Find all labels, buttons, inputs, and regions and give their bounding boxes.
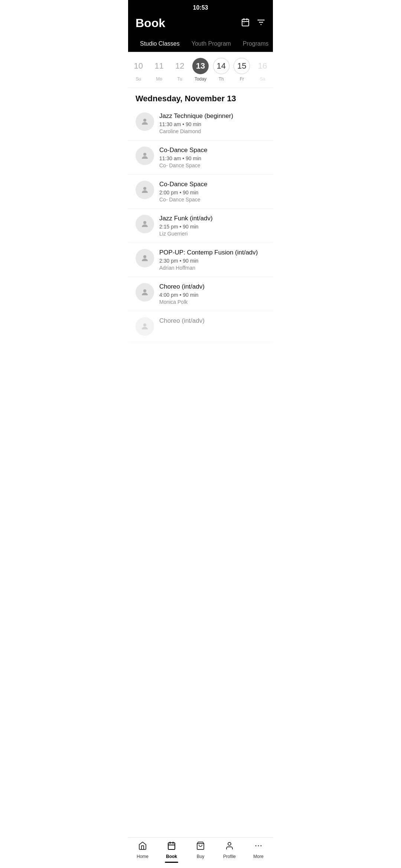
class-time: 11:30 am • 90 min: [159, 121, 265, 127]
avatar: [136, 215, 154, 233]
class-name: Choreo (int/adv): [159, 283, 265, 290]
list-item[interactable]: Jazz Technique (beginner) 11:30 am • 90 …: [128, 106, 273, 141]
status-bar: 10:53: [128, 0, 273, 13]
class-time: 2:15 pm • 90 min: [159, 224, 265, 230]
class-time: 2:30 pm • 90 min: [159, 258, 265, 264]
cal-num-11: 11: [151, 58, 167, 74]
cal-label-sa: Sa: [260, 76, 265, 82]
class-time: 11:30 am • 90 min: [159, 155, 265, 161]
class-info: Choreo (int/adv) 4:00 pm • 90 min Monica…: [159, 283, 265, 305]
avatar: [136, 181, 154, 199]
svg-rect-0: [242, 19, 249, 26]
avatar: [136, 283, 154, 302]
class-info: Co-Dance Space 2:00 pm • 90 min Co- Danc…: [159, 181, 265, 203]
avatar: [136, 317, 154, 336]
tab-studio-classes[interactable]: Studio Classes: [134, 36, 186, 52]
svg-point-16: [143, 255, 146, 258]
header: Book: [128, 13, 273, 36]
avatar: [136, 249, 154, 267]
cal-day-10[interactable]: 10 Su: [129, 58, 148, 82]
cal-label-mo: Mo: [156, 76, 162, 82]
class-info: POP-UP: Contemp Fusion (int/adv) 2:30 pm…: [159, 249, 265, 271]
cal-day-13[interactable]: 13 Today: [191, 58, 210, 82]
class-info: Jazz Technique (beginner) 11:30 am • 90 …: [159, 112, 265, 134]
calendar-strip: 10 Su 11 Mo 12 Tu 13 Today 14 Th 15 Fr 1…: [128, 52, 273, 88]
avatar: [136, 112, 154, 131]
class-time: 2:00 pm • 90 min: [159, 190, 265, 195]
class-list: Jazz Technique (beginner) 11:30 am • 90 …: [128, 106, 273, 342]
class-instructor: Co- Dance Space: [159, 197, 265, 203]
svg-point-14: [143, 187, 146, 190]
list-item[interactable]: POP-UP: Contemp Fusion (int/adv) 2:30 pm…: [128, 243, 273, 277]
cal-num-12: 12: [172, 58, 188, 74]
svg-point-17: [143, 289, 146, 292]
class-time: 4:00 pm • 90 min: [159, 292, 265, 298]
class-instructor: Monica Polk: [159, 299, 265, 305]
class-name: POP-UP: Contemp Fusion (int/adv): [159, 249, 265, 256]
tab-navigation: Studio Classes Youth Program Programs: [128, 36, 273, 52]
cal-num-15: 15: [234, 58, 250, 74]
date-heading: Wednesday, November 13: [128, 88, 273, 106]
class-info: Co-Dance Space 11:30 am • 90 min Co- Dan…: [159, 147, 265, 168]
list-item[interactable]: Choreo (int/adv) 4:00 pm • 90 min Monica…: [128, 277, 273, 311]
list-item[interactable]: Jazz Funk (int/adv) 2:15 pm • 90 min Liz…: [128, 209, 273, 243]
cal-day-16[interactable]: 16 Sa: [253, 58, 272, 82]
cal-num-14: 14: [213, 58, 229, 74]
svg-point-13: [143, 153, 146, 156]
svg-point-12: [143, 119, 146, 122]
class-instructor: Adrian Hoffman: [159, 265, 265, 271]
class-name: Jazz Technique (beginner): [159, 112, 265, 120]
avatar: [136, 147, 154, 165]
cal-num-10: 10: [130, 58, 147, 74]
class-info: Choreo (int/adv): [159, 317, 265, 326]
svg-point-18: [143, 323, 146, 326]
list-item[interactable]: Choreo (int/adv): [128, 311, 273, 342]
header-actions: [241, 18, 265, 29]
svg-point-15: [143, 221, 146, 224]
cal-day-12[interactable]: 12 Tu: [170, 58, 189, 82]
cal-label-su: Su: [136, 76, 141, 82]
cal-day-14[interactable]: 14 Th: [212, 58, 231, 82]
cal-label-today: Today: [195, 76, 206, 82]
list-item[interactable]: Co-Dance Space 11:30 am • 90 min Co- Dan…: [128, 141, 273, 175]
class-name: Jazz Funk (int/adv): [159, 215, 265, 222]
calendar-icon[interactable]: [241, 18, 250, 29]
tab-youth-program[interactable]: Youth Program: [186, 36, 237, 52]
cal-label-fr: Fr: [240, 76, 244, 82]
tab-programs[interactable]: Programs: [237, 36, 273, 52]
class-instructor: Caroline Diamond: [159, 128, 265, 134]
class-info: Jazz Funk (int/adv) 2:15 pm • 90 min Liz…: [159, 215, 265, 237]
status-time: 10:53: [193, 4, 208, 11]
cal-num-16: 16: [254, 58, 271, 74]
class-name: Co-Dance Space: [159, 181, 265, 188]
cal-num-13: 13: [192, 58, 209, 74]
cal-label-tu: Tu: [177, 76, 182, 82]
class-instructor: Liz Guerrieri: [159, 231, 265, 237]
cal-day-11[interactable]: 11 Mo: [150, 58, 169, 82]
class-instructor: Co- Dance Space: [159, 162, 265, 168]
page-title: Book: [136, 16, 165, 30]
cal-day-15[interactable]: 15 Fr: [232, 58, 251, 82]
filter-icon[interactable]: [257, 18, 265, 29]
cal-label-th: Th: [219, 76, 224, 82]
class-name: Co-Dance Space: [159, 147, 265, 154]
list-item[interactable]: Co-Dance Space 2:00 pm • 90 min Co- Danc…: [128, 175, 273, 209]
class-name: Choreo (int/adv): [159, 317, 265, 325]
